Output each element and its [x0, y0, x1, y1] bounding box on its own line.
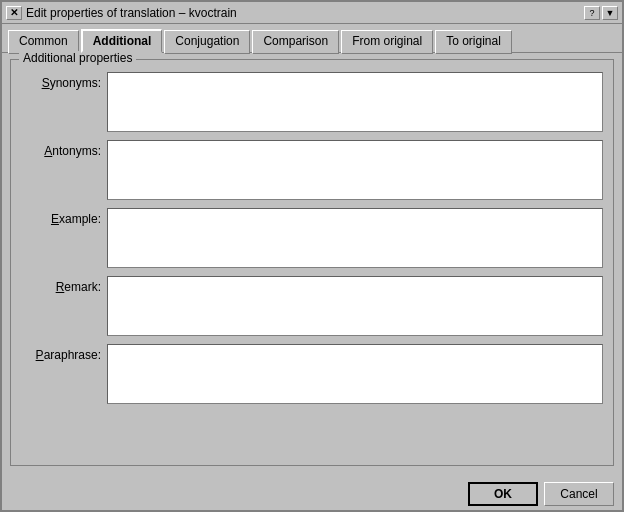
tab-from-original[interactable]: From original [341, 30, 433, 54]
help-button[interactable]: ? [584, 6, 600, 20]
antonyms-input[interactable] [107, 140, 603, 200]
antonyms-row: Antonyms: [21, 140, 603, 200]
synonyms-input[interactable] [107, 72, 603, 132]
main-window: ✕ Edit properties of translation – kvoct… [0, 0, 624, 512]
example-input[interactable] [107, 208, 603, 268]
menu-button[interactable]: ▼ [602, 6, 618, 20]
tab-to-original[interactable]: To original [435, 30, 512, 54]
tab-additional[interactable]: Additional [81, 29, 163, 53]
antonyms-label: Antonyms: [21, 140, 101, 158]
example-label: Example: [21, 208, 101, 226]
paraphrase-row: Paraphrase: [21, 344, 603, 404]
synonyms-label: Synonyms: [21, 72, 101, 90]
fields-container: Synonyms: Antonyms: Example: [21, 72, 603, 455]
group-box-additional: Additional properties Synonyms: Antonyms… [10, 59, 614, 466]
tabs-row: Common Additional Conjugation Comparison… [2, 24, 622, 52]
tab-comparison[interactable]: Comparison [252, 30, 339, 54]
paraphrase-label: Paraphrase: [21, 344, 101, 362]
buttons-row: OK Cancel [2, 474, 622, 510]
remark-input[interactable] [107, 276, 603, 336]
ok-button[interactable]: OK [468, 482, 538, 506]
example-row: Example: [21, 208, 603, 268]
remark-label: Remark: [21, 276, 101, 294]
title-bar-right: ? ▼ [584, 6, 618, 20]
cancel-button[interactable]: Cancel [544, 482, 614, 506]
close-button[interactable]: ✕ [6, 6, 22, 20]
synonyms-row: Synonyms: [21, 72, 603, 132]
remark-row: Remark: [21, 276, 603, 336]
paraphrase-input[interactable] [107, 344, 603, 404]
tab-conjugation[interactable]: Conjugation [164, 30, 250, 54]
title-bar-left: ✕ Edit properties of translation – kvoct… [6, 6, 237, 20]
title-bar: ✕ Edit properties of translation – kvoct… [2, 2, 622, 24]
window-title: Edit properties of translation – kvoctra… [26, 6, 237, 20]
group-box-legend: Additional properties [19, 51, 136, 65]
content-area: Additional properties Synonyms: Antonyms… [2, 52, 622, 474]
